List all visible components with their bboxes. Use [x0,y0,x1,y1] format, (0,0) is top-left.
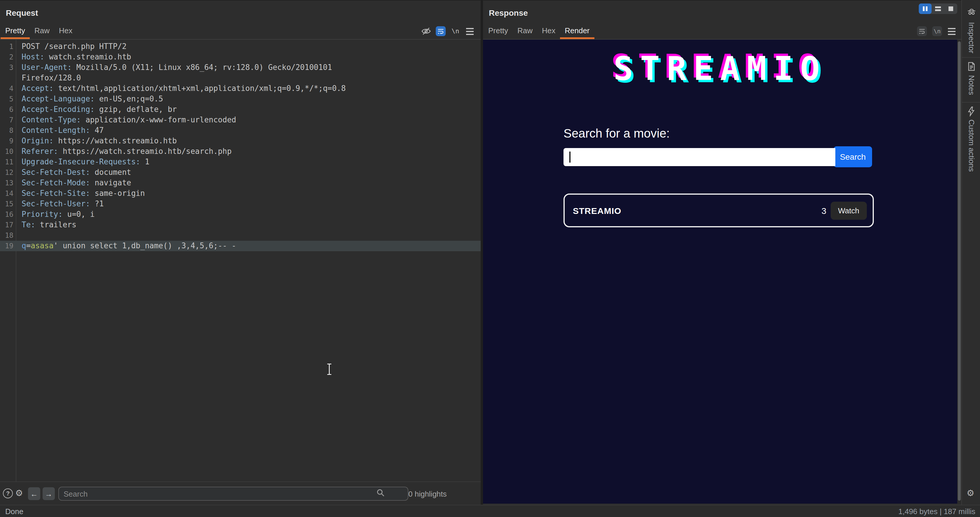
code-line[interactable]: 5Accept-Language: en-US,en;q=0.5 [0,94,480,104]
line-number: 10 [0,146,16,157]
previous-match-button[interactable]: ← [28,487,40,500]
streamio-logo: STREAMIO [483,51,957,86]
spy-icon[interactable] [966,6,977,19]
status-bar: Done 1,496 bytes | 187 millis [0,505,980,517]
editor-search-bar: ? ⚙ ← → 0 highlights [0,481,480,505]
word-wrap-icon[interactable] [436,26,445,36]
code-line[interactable]: 19q=asasa' union select 1,db_name() ,3,4… [0,241,480,251]
line-number: 7 [0,115,16,125]
line-number: 9 [0,136,16,146]
queue-icon[interactable] [932,3,944,14]
request-tab-hex[interactable]: Hex [54,24,77,39]
search-input[interactable] [58,487,408,501]
sidebar-divider [962,57,980,58]
movie-search-button[interactable]: Search [834,146,872,167]
code-line[interactable]: 1POST /search.php HTTP/2 [0,41,480,52]
request-tabs: Pretty Raw Hex [1,24,77,39]
movie-search-input[interactable] [563,148,835,166]
sidebar-item-notes[interactable]: Notes [967,75,976,95]
line-number: 14 [0,188,16,199]
response-tab-pretty[interactable]: Pretty [484,24,513,39]
movie-result-title: STREAMIO [573,205,822,216]
code-line[interactable]: 6Accept-Encoding: gzip, deflate, br [0,104,480,115]
status-message: Done [5,507,23,516]
movie-search-label: Search for a movie: [563,127,670,141]
intercept-controls [919,3,957,14]
code-line[interactable]: 8Content-Length: 47 [0,125,480,136]
sidebar-item-custom-actions[interactable]: Custom actions [967,119,976,172]
response-tab-render[interactable]: Render [560,24,594,39]
menu-icon[interactable] [466,28,474,35]
stop-icon[interactable] [944,3,957,14]
response-panel-title: Response [489,8,528,17]
code-line[interactable]: 16Priority: u=0, i [0,209,480,220]
code-line[interactable]: 12Sec-Fetch-Dest: document [0,167,480,178]
line-number: 2 [0,52,16,62]
code-line[interactable]: 9Origin: https://watch.streamio.htb [0,136,480,146]
text-cursor-icon [326,362,333,379]
code-line[interactable]: 13Sec-Fetch-Mode: navigate [0,178,480,188]
magnifier-icon [376,488,385,500]
help-icon[interactable]: ? [3,488,13,498]
response-metrics: 1,496 bytes | 187 millis [898,507,975,516]
code-line[interactable]: 7Content-Type: application/x-www-form-ur… [0,115,480,125]
response-panel: Response Pretty Raw Hex Render \n STREAM… [483,0,961,505]
movie-result-count: 3 [822,205,827,216]
scrollbar-thumb[interactable] [958,41,961,501]
line-number: 16 [0,209,16,220]
line-number: 12 [0,167,16,178]
bolt-icon[interactable] [966,106,977,119]
gear-icon[interactable]: ⚙ [15,488,23,497]
right-sidebar: Inspector Notes Custom actions ⚙ [961,0,980,505]
line-number: 17 [0,220,16,230]
panel-divider[interactable] [480,0,483,505]
watch-button[interactable]: Watch [830,201,867,219]
code-line[interactable]: Firefox/128.0 [0,73,480,83]
line-number: 4 [0,83,16,94]
line-number: 11 [0,157,16,167]
sidebar-divider [962,102,980,103]
render-scrollbar[interactable] [957,40,961,504]
hide-icon[interactable] [421,26,431,38]
movie-result-card: STREAMIO 3 Watch [563,193,874,227]
movie-search-form: Search [563,146,874,167]
code-line[interactable]: 15Sec-Fetch-User: ?1 [0,199,480,209]
line-number: 18 [0,230,16,241]
gear-icon[interactable]: ⚙ [967,488,974,498]
response-tab-raw[interactable]: Raw [513,24,537,39]
request-tab-raw[interactable]: Raw [30,24,54,39]
rendered-response: STREAMIO Search for a movie: Search STRE… [483,40,957,504]
request-panel-title: Request [6,8,38,17]
code-line[interactable]: 10Referer: https://watch.streamio.htb/se… [0,146,480,157]
request-editor[interactable]: 1POST /search.php HTTP/22Host: watch.str… [0,40,480,482]
code-line[interactable]: 18 [0,230,480,241]
note-icon[interactable] [966,61,977,74]
highlights-count: 0 highlights [408,490,447,498]
code-line[interactable]: 4Accept: text/html,application/xhtml+xml… [0,83,480,94]
code-line[interactable]: 14Sec-Fetch-Site: same-origin [0,188,480,199]
newline-icon[interactable]: \n [932,26,942,36]
line-number: 13 [0,178,16,188]
request-tab-pretty[interactable]: Pretty [1,24,30,39]
code-line[interactable]: 3User-Agent: Mozilla/5.0 (X11; Linux x86… [0,62,480,73]
sidebar-item-inspector[interactable]: Inspector [967,22,976,53]
code-line[interactable]: 2Host: watch.streamio.htb [0,52,480,62]
line-number: 6 [0,104,16,115]
line-number: 15 [0,199,16,209]
line-number: 19 [0,241,16,251]
line-number: 8 [0,125,16,136]
response-tab-hex[interactable]: Hex [537,24,560,39]
request-panel: Request Pretty Raw Hex \n 1POST /search.… [0,0,480,505]
menu-icon[interactable] [948,28,956,35]
word-wrap-icon[interactable] [917,26,927,36]
next-match-button[interactable]: → [43,487,55,500]
response-tabs: Pretty Raw Hex Render [484,24,594,39]
pause-icon[interactable] [919,3,932,14]
newline-icon[interactable]: \n [452,27,460,35]
line-number: 1 [0,41,16,52]
line-number: 3 [0,62,16,73]
code-line[interactable]: 17Te: trailers [0,220,480,230]
text-caret [570,151,570,162]
line-number [0,73,16,83]
code-line[interactable]: 11Upgrade-Insecure-Requests: 1 [0,157,480,167]
